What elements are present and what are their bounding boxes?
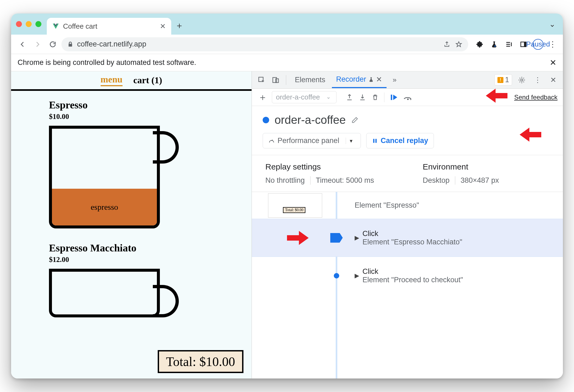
new-recording-button[interactable]: ＋	[257, 91, 268, 104]
svg-rect-9	[373, 139, 375, 143]
device-toggle-icon[interactable]	[270, 74, 282, 86]
lock-icon	[67, 41, 73, 47]
devtools-panel: Elements Recorder ✕ » ! 1 ⋮ ✕	[252, 71, 563, 378]
timeout-value[interactable]: Timeout: 5000 ms	[316, 176, 374, 185]
browser-tab[interactable]: Coffee cart ✕	[47, 18, 171, 35]
annotation-arrow-icon	[287, 229, 309, 247]
step-preview	[268, 193, 322, 218]
step-target: Element "Espresso Macchiato"	[362, 238, 462, 246]
reload-button[interactable]	[46, 38, 59, 51]
automation-banner: Chrome is being controlled by automated …	[11, 54, 563, 71]
reading-list-icon[interactable]	[503, 39, 514, 50]
step-over-icon[interactable]	[403, 94, 413, 101]
product-price: $12.00	[49, 255, 252, 264]
send-feedback-link[interactable]: Send feedback	[514, 94, 557, 101]
current-step-marker-icon	[330, 233, 343, 243]
warning-icon: !	[497, 77, 503, 83]
kebab-menu-icon[interactable]: ⋮	[532, 74, 543, 86]
step-row[interactable]: Total: $0.00 Element "Espresso"	[252, 192, 563, 219]
step-marker-icon	[334, 273, 339, 278]
device-value[interactable]: Desktop	[423, 176, 450, 185]
svg-rect-7	[391, 95, 392, 100]
issues-badge[interactable]: ! 1	[494, 74, 512, 85]
chevron-down-icon: ⌄	[326, 94, 331, 100]
svg-rect-5	[276, 79, 279, 82]
recorder-toolbar: ＋ order-a-coffee ⌄ Send feedback	[252, 89, 563, 106]
profile-paused-chip[interactable]: Paused	[533, 39, 543, 50]
recording-selector[interactable]: order-a-coffee ⌄	[272, 91, 337, 103]
traffic-lights	[16, 21, 41, 27]
flask-icon[interactable]	[489, 39, 500, 50]
performance-panel-button[interactable]: Performance panel ▾	[263, 133, 361, 148]
delete-icon[interactable]	[372, 94, 379, 101]
toolbar-icons: Paused ⋮	[474, 39, 558, 50]
omnibox[interactable]: coffee-cart.netlify.app	[61, 37, 468, 51]
issues-count: 1	[505, 76, 509, 84]
close-banner-icon[interactable]: ✕	[550, 58, 556, 67]
svg-point-6	[521, 79, 523, 81]
forward-button[interactable]	[31, 38, 44, 51]
nav-cart[interactable]: cart (1)	[133, 75, 162, 85]
back-button[interactable]	[16, 38, 29, 51]
pause-icon	[372, 138, 378, 144]
automation-banner-text: Chrome is being controlled by automated …	[18, 58, 196, 67]
close-panel-icon[interactable]: ✕	[376, 75, 382, 84]
extensions-icon[interactable]	[474, 39, 485, 50]
cancel-replay-button[interactable]: Cancel replay	[366, 133, 434, 148]
product-name: Espresso	[49, 99, 252, 111]
coffee-cup-icon[interactable]	[49, 269, 165, 374]
product-item: Espresso $10.00 espresso	[11, 91, 252, 231]
export-icon[interactable]	[346, 94, 353, 101]
share-icon[interactable]	[443, 41, 450, 48]
tab-title: Coffee cart	[63, 22, 156, 31]
edit-name-icon[interactable]	[351, 116, 359, 124]
new-tab-button[interactable]: ＋	[174, 20, 185, 31]
tabs-chevron-icon[interactable]: ⌄	[549, 20, 555, 29]
step-target: Element "Proceed to checkout"	[362, 276, 463, 284]
import-icon[interactable]	[359, 94, 366, 101]
chrome-menu-icon[interactable]: ⋮	[547, 39, 558, 50]
annotation-arrow-icon	[486, 87, 507, 104]
bookmark-star-icon[interactable]	[455, 41, 462, 48]
address-bar: coffee-cart.netlify.app Paused ⋮	[11, 35, 563, 54]
environment-heading: Environment	[423, 162, 499, 171]
product-price: $10.00	[49, 112, 252, 121]
close-tab-icon[interactable]: ✕	[160, 22, 166, 31]
tab-recorder[interactable]: Recorder ✕	[332, 72, 387, 88]
step-preview-total: Total: $0.00	[283, 207, 305, 213]
close-devtools-icon[interactable]: ✕	[547, 74, 559, 86]
total-box[interactable]: Total: $10.00	[158, 350, 243, 373]
step-action: Click	[362, 230, 462, 238]
step-action: Click	[362, 267, 463, 276]
chevron-down-icon: ▾	[346, 138, 352, 144]
expand-icon[interactable]: ▶	[355, 234, 359, 241]
browser-window: Coffee cart ✕ ＋ ⌄ coffee-cart.netlify.ap…	[11, 14, 563, 378]
expand-icon[interactable]: ▶	[355, 272, 359, 279]
settings-gear-icon[interactable]	[516, 74, 528, 86]
url-text: coffee-cart.netlify.app	[77, 40, 146, 48]
inspect-icon[interactable]	[256, 74, 268, 86]
svg-point-8	[407, 98, 409, 100]
svg-rect-2	[524, 42, 526, 46]
throttling-value[interactable]: No throttling	[265, 176, 305, 185]
viewport-value[interactable]: 380×487 px	[461, 176, 499, 185]
coffee-cup-icon[interactable]: espresso	[49, 126, 165, 231]
close-window-icon[interactable]	[16, 21, 22, 27]
svg-point-0	[494, 45, 496, 47]
nav-menu[interactable]: menu	[101, 74, 123, 86]
minimize-window-icon[interactable]	[26, 21, 32, 27]
product-name: Espresso Macchiato	[49, 242, 252, 254]
cup-fill-label: espresso	[52, 189, 157, 225]
recording-title: order-a-coffee	[275, 114, 346, 127]
recording-header: order-a-coffee Performance panel ▾ Cance…	[252, 106, 563, 155]
svg-rect-4	[273, 77, 277, 82]
paused-label: Paused	[526, 40, 550, 48]
tab-elements[interactable]: Elements	[291, 72, 330, 87]
page-nav: menu cart (1)	[11, 71, 252, 91]
recording-indicator-icon	[263, 117, 269, 123]
maximize-window-icon[interactable]	[35, 21, 41, 27]
step-row[interactable]: ▶ Click Element "Proceed to checkout"	[252, 257, 563, 295]
more-tabs-icon[interactable]: »	[389, 74, 401, 86]
replay-button[interactable]	[390, 93, 398, 101]
step-row[interactable]: ▶ Click Element "Espresso Macchiato"	[252, 219, 563, 257]
